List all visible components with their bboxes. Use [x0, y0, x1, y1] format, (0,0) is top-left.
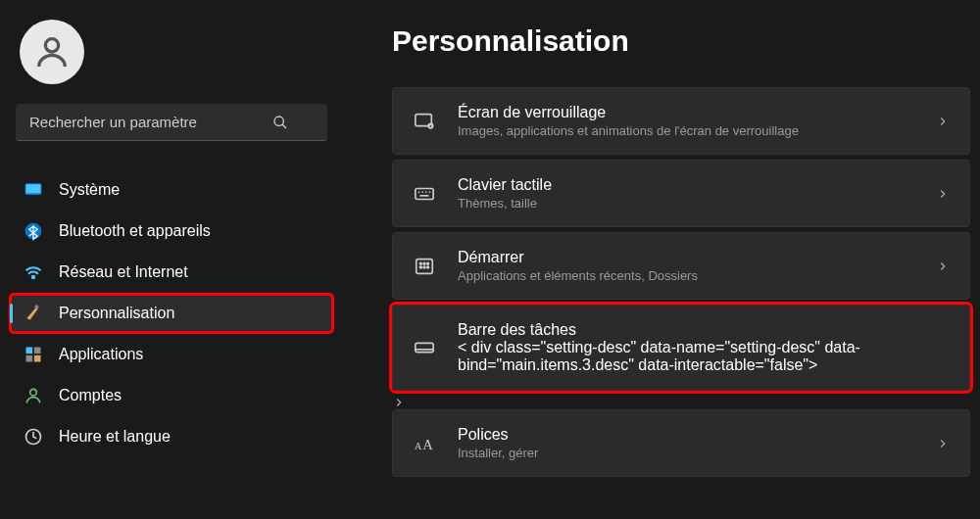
sidebar-item-apps[interactable]: Applications [10, 335, 333, 374]
svg-point-26 [427, 262, 429, 264]
clock-globe-icon [24, 427, 43, 447]
svg-text:A: A [415, 440, 422, 450]
setting-title: Démarrer [458, 249, 914, 266]
accounts-icon [24, 386, 43, 405]
svg-point-0 [45, 39, 58, 52]
wifi-icon [24, 262, 43, 282]
sidebar-item-network[interactable]: Réseau et Internet [10, 253, 333, 292]
taskbar-icon [413, 336, 436, 359]
svg-point-27 [419, 266, 421, 268]
sidebar-item-bluetooth[interactable]: Bluetooth et appareils [10, 212, 333, 251]
svg-point-25 [423, 262, 425, 264]
svg-text:A: A [422, 436, 433, 451]
svg-line-2 [282, 124, 286, 128]
keyboard-icon [413, 182, 436, 206]
setting-start[interactable]: Démarrer Applications et éléments récent… [392, 232, 970, 300]
setting-desc: Installer, gérer [458, 446, 914, 460]
setting-text: Démarrer Applications et éléments récent… [458, 249, 914, 283]
svg-rect-11 [34, 355, 41, 362]
sidebar-item-label: Personnalisation [59, 305, 174, 322]
paintbrush-icon [24, 304, 43, 323]
svg-point-29 [427, 266, 429, 268]
system-icon [24, 180, 43, 200]
main-content: Personnalisation Écran de verrouillage I… [343, 0, 980, 519]
nav-list: Système Bluetooth et appareils Réseau et… [10, 170, 333, 456]
user-icon [32, 32, 72, 71]
user-avatar[interactable] [20, 20, 84, 84]
setting-desc: Applications et éléments récents, Dossie… [458, 268, 914, 283]
svg-rect-8 [26, 348, 33, 354]
setting-lock-screen[interactable]: Écran de verrouillage Images, applicatio… [392, 87, 970, 155]
svg-point-6 [32, 276, 35, 279]
svg-point-28 [423, 266, 425, 268]
chevron-right-icon [936, 187, 950, 201]
start-icon [413, 255, 436, 278]
chevron-right-icon [936, 115, 950, 128]
sidebar-item-label: Système [59, 181, 120, 199]
svg-rect-4 [26, 184, 41, 193]
setting-touch-keyboard[interactable]: Clavier tactile Thèmes, taille [392, 160, 970, 227]
sidebar-item-label: Applications [59, 346, 143, 363]
setting-text: Barre des tâches < div class="setting-de… [458, 321, 950, 374]
svg-rect-10 [26, 355, 33, 362]
sidebar-item-label: Comptes [59, 387, 122, 404]
lock-screen-icon [413, 110, 436, 133]
search-icon [272, 115, 288, 130]
svg-point-24 [419, 262, 421, 264]
sidebar-item-time-language[interactable]: Heure et langue [10, 417, 333, 456]
apps-icon [24, 345, 43, 364]
svg-rect-17 [416, 188, 433, 199]
svg-point-12 [30, 389, 37, 396]
svg-point-1 [274, 117, 283, 125]
svg-rect-9 [34, 348, 41, 354]
chevron-right-icon [936, 437, 950, 450]
fonts-icon: AA [413, 432, 436, 455]
setting-taskbar[interactable]: Barre des tâches < div class="setting-de… [392, 305, 970, 391]
search-placeholder: Rechercher un paramètre [29, 114, 197, 130]
sidebar-item-label: Bluetooth et appareils [59, 222, 211, 240]
setting-title: Polices [458, 426, 914, 444]
sidebar-item-system[interactable]: Système [10, 170, 333, 210]
sidebar-item-label: Heure et langue [59, 428, 171, 446]
chevron-right-icon [936, 260, 950, 273]
sidebar-item-personalization[interactable]: Personnalisation [10, 294, 333, 333]
setting-text: Clavier tactile Thèmes, taille [458, 176, 914, 211]
sidebar: Rechercher un paramètre Système Bluetoot… [0, 0, 343, 519]
setting-desc: Images, applications et animations de l'… [458, 123, 914, 138]
setting-title: Écran de verrouillage [458, 104, 914, 121]
setting-text: Polices Installer, gérer [458, 426, 914, 460]
setting-title: Clavier tactile [458, 176, 914, 194]
setting-fonts[interactable]: AA Polices Installer, gérer [392, 409, 970, 477]
sidebar-item-accounts[interactable]: Comptes [10, 376, 333, 415]
settings-list: Écran de verrouillage Images, applicatio… [392, 87, 970, 409]
setting-title: Barre des tâches [458, 321, 950, 339]
setting-text: Écran de verrouillage Images, applicatio… [458, 104, 914, 138]
bluetooth-icon [24, 221, 43, 241]
svg-rect-30 [416, 343, 433, 352]
sidebar-item-label: Réseau et Internet [59, 263, 188, 281]
setting-desc: Thèmes, taille [458, 196, 914, 211]
page-title: Personnalisation [392, 24, 970, 58]
chevron-right-icon [392, 396, 406, 409]
search-input[interactable]: Rechercher un paramètre [16, 104, 327, 141]
